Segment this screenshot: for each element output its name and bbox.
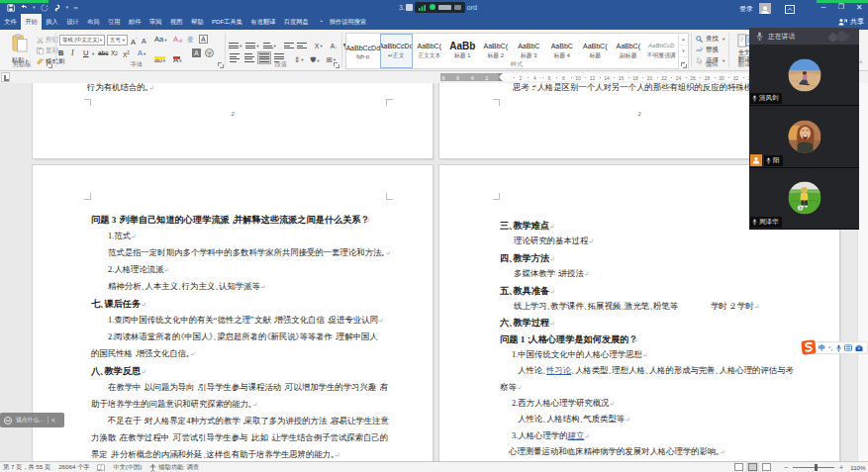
minimize-button[interactable]: ─ — [815, 0, 832, 14]
print-layout-button[interactable] — [748, 463, 757, 471]
ribbon-display-options-icon[interactable] — [785, 5, 795, 14]
clipboard-dialog-launcher[interactable] — [47, 62, 52, 68]
meeting-chat-quick-bar[interactable]: 说点什么... < — [0, 413, 64, 427]
font-size-combo[interactable]: 五号▾ — [107, 35, 128, 46]
character-border-button[interactable]: A — [199, 35, 208, 44]
participant-tile-周泽华[interactable]: 周泽华 — [749, 168, 859, 231]
mic-icon[interactable] — [836, 344, 841, 352]
page-indicator[interactable]: 第 7 页，共 55 页 — [3, 463, 50, 472]
style-card-正文文本[interactable]: AaBbC(正文文本 — [413, 34, 446, 68]
replace-button[interactable]: ab 替换 — [696, 46, 719, 54]
undo-caret-icon[interactable]: ▾ — [33, 5, 36, 10]
participant-tile-阳[interactable]: 阳 — [749, 106, 859, 168]
tab-百度网盘[interactable]: 百度网盘 — [280, 14, 313, 30]
styles-dialog-launcher[interactable] — [681, 62, 687, 68]
zoom-level[interactable]: 110% — [850, 464, 865, 471]
toolbox-icon[interactable] — [855, 344, 863, 352]
tab-开始[interactable]: 开始 — [21, 14, 42, 30]
underline-caret-icon[interactable]: ▾ — [92, 51, 94, 56]
style-card-bjh-p[interactable]: AaBbCcDdbjh-p — [346, 34, 380, 68]
find-button[interactable]: 查找▾ — [696, 35, 724, 44]
punctuation-icon[interactable]: °, — [828, 345, 832, 351]
tab-有道翻译[interactable]: 有道翻译 — [246, 14, 279, 30]
highlight-button[interactable]: ab▾ — [154, 48, 165, 66]
tab-帮助[interactable]: 帮助 — [187, 14, 208, 30]
underline-button[interactable]: U — [83, 48, 88, 57]
tab-文件[interactable]: 文件 — [0, 14, 21, 30]
style-card-标题 1[interactable]: AaBb标题 1 — [446, 34, 480, 68]
tab-邮件[interactable]: 邮件 — [125, 14, 145, 30]
meeting-video-panel[interactable]: 正在讲话 清风剑阳周泽华 — [749, 28, 859, 230]
font-color-button[interactable]: A▾ — [173, 48, 182, 66]
tab-selector[interactable] — [1, 72, 10, 82]
enclose-characters-button[interactable]: 字 — [205, 48, 214, 57]
style-card-副标题[interactable]: AaBbC(副标题 — [612, 34, 645, 68]
language-indicator[interactable]: 中文(中国) — [113, 463, 142, 472]
ruler-text-band[interactable]: 246810121416182022242628303234 — [500, 73, 780, 81]
keyboard-icon[interactable] — [844, 344, 852, 351]
bold-button[interactable]: B — [58, 48, 63, 57]
superscript-button[interactable]: X2 — [123, 48, 130, 59]
paragraph-dialog-launcher[interactable] — [334, 62, 339, 68]
chat-placeholder[interactable]: 说点什么... — [16, 416, 44, 425]
sogou-logo-icon[interactable] — [801, 339, 817, 355]
ink-pen-icon[interactable] — [53, 4, 61, 12]
style-card-标题[interactable]: AaBbC(标题 — [579, 34, 613, 68]
collapse-ribbon-icon[interactable]: ˄ — [859, 59, 863, 65]
accessibility-status[interactable]: 辅助功能: 调查 — [158, 463, 199, 472]
clear-formatting-button[interactable]: A◢ — [173, 35, 182, 45]
web-layout-button[interactable] — [762, 463, 771, 471]
styles-scroll-up-icon[interactable]: ▲ — [679, 34, 688, 46]
tab-布局[interactable]: 布局 — [83, 14, 104, 30]
first-line-indent-marker[interactable] — [497, 73, 503, 76]
strikethrough-button[interactable]: abc — [98, 48, 108, 57]
qat-more-icon[interactable]: ≂ — [73, 4, 78, 11]
text-effects-button[interactable]: A▾ — [138, 48, 145, 58]
zoom-in-icon[interactable]: + — [839, 464, 843, 471]
style-card-标题 4[interactable]: AaBbC标题 4 — [545, 34, 579, 68]
tell-me-box[interactable]: ◔操作说明搜索 — [313, 14, 372, 30]
tab-设计[interactable]: 设计 — [62, 14, 83, 30]
ime-toolbar[interactable]: 中 °, — [801, 339, 868, 356]
tab-引用[interactable]: 引用 — [104, 14, 125, 30]
style-card-↵正文[interactable]: AaBbCcDd↵正文 — [380, 34, 414, 68]
meeting-status-pill[interactable] — [415, 2, 465, 13]
document-area[interactable]: 2 行为有机结合的。↵ 2 思考：“人格是区别一个人对另一个人的那些有组织的反应… — [0, 83, 868, 461]
tab-审阅[interactable]: 审阅 — [145, 14, 166, 30]
ruler-margin-band[interactable]: 8642 — [440, 73, 500, 81]
style-card-不明显强调[interactable]: AaBbCcD不明显强调 — [645, 34, 679, 68]
word-count[interactable]: 26064 个字 — [58, 463, 89, 472]
tab-插入[interactable]: 插入 — [42, 14, 62, 30]
change-case-button[interactable]: Aa▾ — [154, 35, 166, 45]
participant-tile-清风剑[interactable]: 清风剑 — [749, 45, 859, 106]
italic-button[interactable]: I — [71, 48, 74, 57]
zoom-out-icon[interactable]: − — [784, 464, 788, 471]
tab-视图[interactable]: 视图 — [166, 14, 187, 30]
proofing-icon[interactable] — [97, 464, 105, 472]
hanging-indent-marker[interactable] — [497, 78, 503, 81]
ime-mode-chinese[interactable]: 中 — [819, 344, 825, 351]
font-family-combo[interactable]: 等线 (中文正文)▾ — [59, 35, 105, 46]
align-center-button[interactable] — [243, 52, 255, 63]
qat-customize-icon[interactable]: ▾ — [66, 5, 69, 10]
phonetic-guide-button[interactable]: 变 — [187, 35, 194, 44]
font-dialog-launcher[interactable] — [218, 62, 224, 68]
grow-font-button[interactable]: Aˆ — [131, 35, 137, 47]
collapse-chat-icon[interactable]: < — [51, 417, 55, 424]
close-button[interactable]: ✕ — [850, 0, 868, 14]
tab-PDF工具集[interactable]: PDF工具集 — [208, 14, 247, 30]
undo-icon[interactable] — [20, 4, 28, 12]
subscript-button[interactable]: X2 — [111, 48, 118, 58]
restore-button[interactable]: ❐ — [832, 0, 850, 14]
styles-scroll-down-icon[interactable]: ▼ — [679, 46, 688, 57]
character-shading-button[interactable]: A — [192, 48, 201, 57]
align-left-button[interactable] — [229, 52, 241, 63]
style-card-标题 2[interactable]: AaBbC(标题 2 — [479, 34, 513, 68]
zoom-slider[interactable] — [793, 467, 834, 468]
shading-button[interactable]: ⛊▾ — [311, 55, 320, 65]
read-mode-button[interactable] — [734, 463, 743, 471]
zoom-slider-thumb[interactable] — [815, 464, 818, 471]
justify-button[interactable] — [258, 52, 270, 63]
line-spacing-button[interactable]: ⇕▾ — [294, 55, 304, 65]
save-icon[interactable] — [7, 4, 15, 12]
